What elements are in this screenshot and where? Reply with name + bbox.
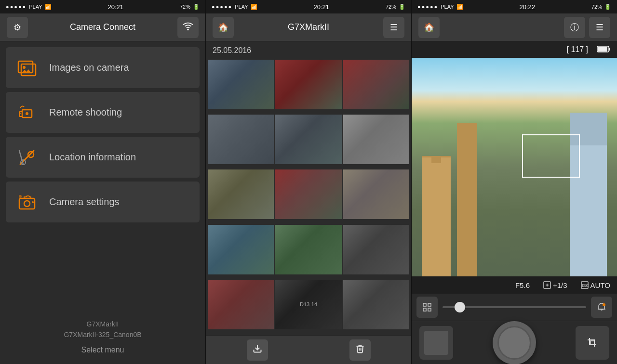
download-button[interactable] (247, 339, 268, 361)
wifi-icon (183, 21, 193, 34)
thumb-13[interactable] (208, 280, 274, 329)
thumb-14[interactable]: D13-14 (275, 280, 341, 329)
select-menu-label[interactable]: Select menu (8, 344, 198, 356)
carrier-3: PLAY (441, 4, 454, 10)
menu-item-remote[interactable]: Remote shooting (6, 92, 200, 133)
info-button[interactable]: ⓘ (564, 17, 585, 38)
thumb-15[interactable] (343, 280, 409, 329)
crop-button[interactable] (576, 326, 609, 360)
thumb-image-13 (208, 280, 274, 329)
thumb-1[interactable] (208, 60, 274, 109)
location-label: Location information (49, 152, 136, 163)
status-right-1: 72% 🔋 (180, 4, 200, 10)
thumb-image-2 (275, 60, 341, 109)
battery-pct-3: 72% (591, 4, 602, 10)
delete-button[interactable] (349, 339, 371, 361)
shutter-button[interactable] (493, 321, 536, 364)
grid-button[interactable] (416, 297, 438, 318)
svg-rect-24 (428, 308, 431, 311)
app-title: Camera Connect (70, 22, 135, 32)
menu-items-list: Images on camera Remote shooting (0, 41, 205, 311)
trash-icon (355, 344, 365, 356)
status-bar-1: ●●●●● PLAY 📶 20:21 72% 🔋 (0, 0, 205, 13)
menu-item-location[interactable]: Location information (6, 137, 200, 178)
svg-rect-21 (423, 303, 426, 306)
home-button-gallery[interactable]: 🏠 (213, 17, 234, 38)
battery-pct-2: 72% (386, 4, 396, 10)
info-icon: ⓘ (570, 22, 579, 33)
svg-point-12 (24, 201, 30, 207)
thumb-7[interactable] (208, 169, 274, 219)
location-icon (15, 146, 39, 169)
signal-dots: ●●●●● (6, 4, 27, 10)
remote-icon (15, 101, 39, 124)
wifi-icon-3: 📶 (456, 4, 463, 10)
panel-remote-shooting: ●●●●● PLAY 📶 20:22 72% 🔋 🏠 ⓘ ☰ [ 117 ] (412, 0, 617, 364)
menu-icon-gallery: ☰ (390, 22, 398, 33)
svg-point-0 (188, 29, 188, 30)
panel-main-menu: ●●●●● PLAY 📶 20:21 72% 🔋 ⚙ Camera Connec… (0, 0, 206, 364)
gallery-header: 🏠 G7XMarkII ☰ (206, 13, 411, 41)
thumb-12[interactable] (343, 225, 409, 274)
status-left-2: ●●●●● PLAY 📶 (212, 4, 257, 10)
shutter-inner (497, 326, 531, 360)
svg-rect-16 (609, 48, 610, 51)
svg-point-5 (26, 112, 28, 115)
thumb-4[interactable] (208, 115, 274, 164)
thumb-image-15 (343, 280, 409, 329)
battery-pct-1: 72% (180, 4, 190, 10)
thumb-image-10 (208, 225, 274, 274)
download-icon (253, 344, 262, 356)
building-left (422, 156, 451, 276)
thumb-image-12 (343, 225, 409, 274)
gear-button[interactable]: ⚙ (7, 17, 28, 38)
images-icon (15, 56, 39, 79)
thumb-11[interactable] (275, 225, 341, 274)
bell-button[interactable] (591, 297, 612, 318)
preview-button[interactable] (419, 326, 453, 360)
carrier-2: PLAY (235, 4, 248, 10)
thumb-image-6 (343, 115, 409, 164)
thumb-6[interactable] (343, 115, 409, 164)
thumb-9[interactable] (343, 169, 409, 219)
home-icon-remote: 🏠 (424, 22, 434, 33)
battery-icon-2: 🔋 (399, 4, 405, 10)
aperture-value: F5.6 (515, 281, 530, 289)
svg-rect-23 (423, 308, 426, 311)
thumb-8[interactable] (275, 169, 341, 219)
viewfinder-image (412, 58, 617, 276)
status-right-2: 72% 🔋 (386, 4, 405, 10)
thumb-image-14: D13-14 (275, 280, 341, 329)
status-bar-2: ●●●●● PLAY 📶 20:21 72% 🔋 (206, 0, 411, 13)
exposure-slider-thumb[interactable] (455, 302, 465, 312)
home-button-remote[interactable]: 🏠 (418, 17, 440, 38)
svg-rect-22 (428, 303, 431, 306)
gallery-date: 25.05.2016 (206, 41, 411, 58)
exposure-slider-track[interactable] (443, 306, 586, 308)
thumb-10[interactable] (208, 225, 274, 274)
time-3: 20:22 (519, 3, 535, 11)
svg-rect-17 (598, 47, 607, 52)
thumb-2[interactable] (275, 60, 341, 109)
settings-bar: F5.6 +1/3 ISO AUTO (412, 276, 617, 294)
building-mid (457, 123, 478, 276)
battery-icon-3: 🔋 (604, 4, 611, 10)
menu-button-gallery[interactable]: ☰ (383, 17, 404, 38)
battery-icon-1: 🔋 (193, 4, 200, 10)
status-left-3: ●●●●● PLAY 📶 (417, 4, 463, 10)
footer-info: G7XMarkII G7XMarkII-325_Canon0B Select m… (0, 311, 205, 364)
svg-point-26 (603, 303, 605, 306)
svg-rect-27 (590, 341, 594, 345)
thumb-3[interactable] (343, 60, 409, 109)
wifi-button[interactable] (177, 17, 199, 38)
status-right-3: 72% 🔋 (591, 4, 611, 10)
camera-settings-icon (15, 191, 39, 214)
svg-text:ISO: ISO (582, 283, 589, 288)
svg-point-13 (19, 195, 22, 198)
menu-button-remote[interactable]: ☰ (589, 17, 610, 38)
thumb-5[interactable] (275, 115, 341, 164)
time-1: 20:21 (107, 3, 123, 11)
menu-item-images[interactable]: Images on camera (6, 47, 200, 88)
menu-item-settings[interactable]: Camera settings (6, 182, 200, 222)
thumb-image-4 (208, 115, 274, 164)
